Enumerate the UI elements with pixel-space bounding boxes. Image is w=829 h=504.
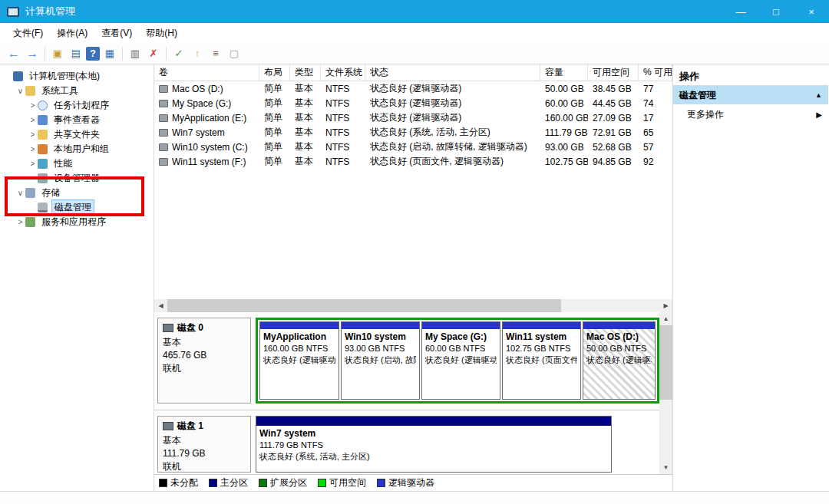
tree-item-shared-folders[interactable]: > 共享文件夹 [0,127,154,142]
console-window-icon[interactable]: ▣ [49,45,66,62]
volume-status: 状态良好 (启动, 故障转储, 逻辑驱动器) [365,140,540,154]
menu-action[interactable]: 操作(A) [50,25,94,42]
volume-filesystem: NTFS [321,140,365,154]
close-button[interactable]: × [794,0,829,23]
expand-arrow[interactable]: > [28,130,38,139]
scroll-down-button[interactable]: ▼ [659,461,672,474]
new-window-icon[interactable]: ▢ [226,45,243,62]
main-area: 计算机管理(本地) ∨ 系统工具 > 任务计划程序 > 事件查看器 > 共享文件… [0,64,829,491]
partition-mac-os-selected[interactable]: Mac OS (D:) 50.00 GB NTFS 状态良好 (逻辑驱动器) [583,321,656,400]
tree-item-system-tools[interactable]: ∨ 系统工具 [0,84,154,98]
users-icon [38,144,48,154]
delete-icon[interactable]: ✗ [145,45,162,62]
legend-label: 主分区 [220,476,248,489]
column-header-type[interactable]: 类型 [290,64,321,81]
column-header-free-space[interactable]: 可用空间 [588,64,639,81]
tree-item-device-manager[interactable]: 设备管理器 [0,171,154,186]
scroll-right-button[interactable]: ▶ [659,299,672,312]
console-pane-icon[interactable]: ▦ [101,45,118,62]
maximize-button[interactable]: □ [758,0,794,23]
scroll-left-button[interactable]: ◀ [154,299,167,312]
partition-name: Win11 system [506,331,577,343]
back-icon[interactable]: ← [5,45,22,62]
volume-row[interactable]: Win7 system 简单 基本 NTFS 状态良好 (系统, 活动, 主分区… [154,125,672,140]
volume-layout: 简单 [259,154,290,169]
disk-1-info[interactable]: 磁盘 1 基本 111.79 GB 联机 [157,416,251,473]
expand-arrow[interactable]: > [28,145,38,153]
partition-win10-system[interactable]: Win10 system 93.00 GB NTFS 状态良好 (启动, 故障转… [341,321,420,400]
volume-free: 44.45 GB [588,96,639,110]
properties-icon[interactable]: ✓ [170,45,187,62]
scrollbar-track[interactable] [659,325,672,461]
list-view-icon[interactable]: ▤ [68,45,84,62]
tree-item-services-applications[interactable]: > 服务和应用程序 [0,215,154,229]
minimize-button[interactable]: — [723,0,758,23]
disk-name: 磁盘 1 [177,420,203,433]
script-icon[interactable]: ≡ [207,45,224,62]
volume-row[interactable]: Mac OS (D:) 简单 基本 NTFS 状态良好 (逻辑驱动器) 50.0… [154,81,672,96]
partition-myapplication[interactable]: MyApplication 160.00 GB NTFS 状态良好 (逻辑驱动器… [259,321,339,400]
menu-view[interactable]: 查看(V) [94,25,139,42]
tree-item-local-users-groups[interactable]: > 本地用户和组 [0,142,154,156]
menu-help[interactable]: 帮助(H) [139,25,184,42]
computer-icon [13,71,23,81]
expand-arrow[interactable]: > [28,101,38,110]
disk-0-row: 磁盘 0 基本 465.76 GB 联机 MyApplication 160.0… [154,312,672,410]
partition-win11-system[interactable]: Win11 system 102.75 GB NTFS 状态良好 (页面文件, … [502,321,581,400]
tree-item-performance[interactable]: > 性能 [0,156,154,171]
actions-disk-management[interactable]: 磁盘管理 ▲ [673,86,828,104]
tree-item-task-scheduler[interactable]: > 任务计划程序 [0,98,154,113]
submenu-arrow-icon: ▶ [816,110,822,119]
expand-arrow[interactable]: > [28,160,38,168]
column-header-status[interactable]: 状态 [365,64,540,81]
volume-icon [159,114,168,122]
horizontal-scrollbar[interactable]: ◀ ▶ [154,299,672,312]
column-header-percent-free[interactable]: % 可用空间 [639,64,672,81]
partition-my-space[interactable]: My Space (G:) 60.00 GB NTFS 状态良好 (逻辑驱动器) [421,321,500,400]
scrollbar-track[interactable] [167,299,659,312]
vertical-scrollbar[interactable]: ▲ ▼ [659,312,672,474]
partition-name: Mac OS (D:) [586,331,652,343]
volume-type: 基本 [290,125,321,140]
column-header-capacity[interactable]: 容量 [540,64,588,81]
volume-row[interactable]: My Space (G:) 简单 基本 NTFS 状态良好 (逻辑驱动器) 60… [154,96,672,110]
column-header-layout[interactable]: 布局 [259,64,290,81]
collapse-icon[interactable]: ▲ [815,91,822,99]
forward-icon[interactable]: → [24,45,41,62]
volume-status: 状态良好 (逻辑驱动器) [365,96,540,110]
column-header-volume[interactable]: 卷 [154,64,259,81]
tree-item-label: 计算机管理(本地) [27,69,102,84]
volume-row[interactable]: Win10 system (C:) 简单 基本 NTFS 状态良好 (启动, 故… [154,140,672,154]
legend-item: 逻辑驱动器 [377,476,434,489]
partition-name: Win7 system [259,427,608,440]
expand-arrow[interactable]: ∨ [15,87,25,95]
tree-item-label: 本地用户和组 [51,142,111,156]
volume-row[interactable]: MyApplication (E:) 简单 基本 NTFS 状态良好 (逻辑驱动… [154,110,672,125]
tree-item-event-viewer[interactable]: > 事件查看器 [0,113,154,127]
volume-row[interactable]: Win11 system (F:) 简单 基本 NTFS 状态良好 (页面文件,… [154,154,672,169]
scrollbar-thumb[interactable] [167,299,561,312]
tree-item-computer-management[interactable]: 计算机管理(本地) [0,69,154,84]
volume-list-empty-area [154,169,672,299]
export-list-icon[interactable]: ▥ [127,45,144,62]
menu-file[interactable]: 文件(F) [6,25,50,42]
legend-swatch-free-space [318,479,326,487]
column-header-filesystem[interactable]: 文件系统 [321,64,365,81]
volume-filesystem: NTFS [321,81,365,96]
actions-more-actions[interactable]: 更多操作 ▶ [673,104,828,124]
legend-label: 未分配 [170,476,198,489]
expand-arrow[interactable]: > [28,116,38,124]
expand-arrow[interactable]: ∨ [15,189,25,197]
disk-0-info[interactable]: 磁盘 0 基本 465.76 GB 联机 [157,318,251,404]
help-icon[interactable]: ? [86,47,100,61]
tree-item-label: 系统工具 [39,84,81,98]
tree-item-storage[interactable]: ∨ 存储 [0,186,154,200]
expand-arrow[interactable]: > [15,218,25,226]
volume-layout: 简单 [259,110,290,125]
volume-status: 状态良好 (页面文件, 逻辑驱动器) [365,154,540,169]
tree-item-disk-management[interactable]: 磁盘管理 [0,200,154,215]
scrollbar-thumb[interactable] [659,325,672,400]
up-level-icon[interactable]: ↑ [189,45,206,62]
partition-win7-system[interactable]: Win7 system 111.79 GB NTFS 状态良好 (系统, 活动,… [256,416,612,473]
scroll-up-button[interactable]: ▲ [659,312,672,325]
